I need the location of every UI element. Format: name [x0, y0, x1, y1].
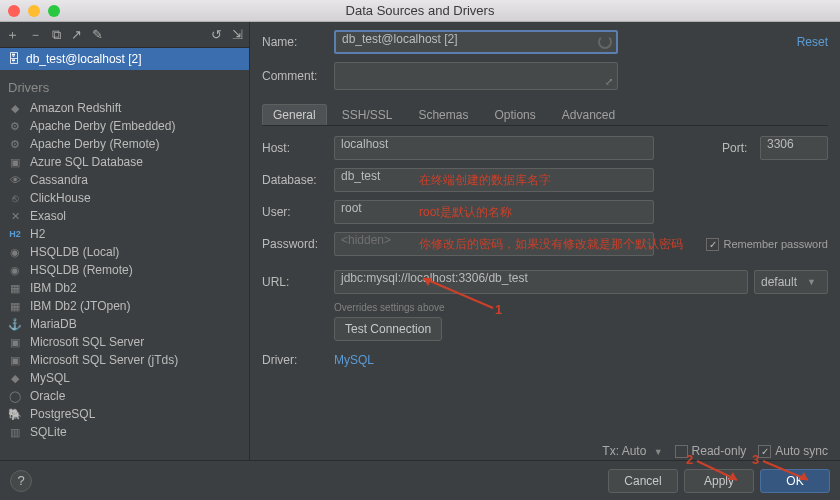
driver-row[interactable]: ▦IBM Db2 — [0, 279, 249, 297]
driver-row[interactable]: ✕Exasol — [0, 207, 249, 225]
chevron-down-icon: ▼ — [807, 277, 816, 287]
database-icon: 🗄 — [8, 52, 20, 66]
annotation-user: root是默认的名称 — [419, 204, 512, 221]
driver-icon: 🐘 — [8, 408, 22, 421]
driver-row[interactable]: ⚙Apache Derby (Embedded) — [0, 117, 249, 135]
undo-icon[interactable]: ↺ — [211, 27, 222, 42]
tab-schemas[interactable]: Schemas — [407, 104, 479, 125]
driver-row[interactable]: ▣Azure SQL Database — [0, 153, 249, 171]
driver-list: ◆Amazon Redshift ⚙Apache Derby (Embedded… — [0, 99, 249, 441]
remove-icon[interactable]: － — [29, 26, 42, 44]
driver-icon: ◆ — [8, 372, 22, 385]
driver-row[interactable]: ⎋ClickHouse — [0, 189, 249, 207]
host-input[interactable]: localhost — [334, 136, 654, 160]
driver-icon: H2 — [8, 229, 22, 239]
name-input[interactable]: db_test@localhost [2] — [334, 30, 618, 54]
driver-row[interactable]: ⚓MariaDB — [0, 315, 249, 333]
driver-icon: ▥ — [8, 426, 22, 439]
driver-row[interactable]: ⚙Apache Derby (Remote) — [0, 135, 249, 153]
cancel-button[interactable]: Cancel — [608, 469, 678, 493]
driver-icon: ⚙ — [8, 120, 22, 133]
driver-icon: ◉ — [8, 264, 22, 277]
drivers-header: Drivers — [0, 70, 249, 99]
apply-button[interactable]: Apply — [684, 469, 754, 493]
driver-icon: ⚓ — [8, 318, 22, 331]
driver-row[interactable]: 🐘PostgreSQL — [0, 405, 249, 423]
driver-label: Driver: — [262, 353, 328, 367]
minimize-icon[interactable] — [28, 5, 40, 17]
driver-row[interactable]: ▣Microsoft SQL Server (jTds) — [0, 351, 249, 369]
tx-label: Tx: Auto ▼ — [602, 444, 662, 458]
driver-row[interactable]: ◯Oracle — [0, 387, 249, 405]
driver-icon: ⚙ — [8, 138, 22, 151]
window-controls — [8, 5, 60, 17]
tabs: General SSH/SSL Schemas Options Advanced — [262, 104, 828, 126]
driver-row[interactable]: ◆MySQL — [0, 369, 249, 387]
driver-icon: ✕ — [8, 210, 22, 223]
driver-row[interactable]: ◉HSQLDB (Local) — [0, 243, 249, 261]
add-icon[interactable]: ＋ — [6, 26, 19, 44]
annotation-1: 1 — [495, 302, 502, 317]
annotation-3: 3 — [752, 452, 759, 467]
comment-label: Comment: — [262, 69, 328, 83]
port-label: Port: — [722, 141, 754, 155]
tx-row: Tx: Auto ▼ Read-only ✓Auto sync — [602, 444, 828, 458]
driver-row[interactable]: ▦IBM Db2 (JTOpen) — [0, 297, 249, 315]
expand-icon[interactable]: ⤢ — [605, 76, 613, 87]
url-scope-select[interactable]: default ▼ — [754, 270, 828, 294]
sidebar: ＋ － ⧉ ↗ ✎ ↺ ⇲ 🗄 db_test@localhost [2] Dr… — [0, 22, 250, 460]
reset-link[interactable]: Reset — [797, 35, 828, 49]
driver-icon: ◉ — [8, 246, 22, 259]
driver-row[interactable]: H2H2 — [0, 225, 249, 243]
driver-icon: ▣ — [8, 354, 22, 367]
driver-icon: ▦ — [8, 282, 22, 295]
close-icon[interactable] — [8, 5, 20, 17]
driver-row[interactable]: ▣Microsoft SQL Server — [0, 333, 249, 351]
name-label: Name: — [262, 35, 328, 49]
copy-icon[interactable]: ⧉ — [52, 27, 61, 43]
user-label: User: — [262, 205, 328, 219]
driver-icon: ◯ — [8, 390, 22, 403]
datasource-label: db_test@localhost [2] — [26, 52, 142, 66]
driver-row[interactable]: ▥SQLite — [0, 423, 249, 441]
password-label: Password: — [262, 237, 328, 251]
test-connection-button[interactable]: Test Connection — [334, 317, 442, 341]
url-input[interactable]: jdbc:mysql://localhost:3306/db_test — [334, 270, 748, 294]
checkbox-icon: ✓ — [706, 238, 719, 251]
tab-general[interactable]: General — [262, 104, 327, 125]
sidebar-toolbar: ＋ － ⧉ ↗ ✎ ↺ ⇲ — [0, 22, 249, 48]
tab-ssh[interactable]: SSH/SSL — [331, 104, 404, 125]
maximize-icon[interactable] — [48, 5, 60, 17]
driver-row[interactable]: 👁Cassandra — [0, 171, 249, 189]
chevron-down-icon: ▼ — [654, 447, 663, 457]
ok-button[interactable]: OK — [760, 469, 830, 493]
driver-icon: ◆ — [8, 102, 22, 115]
settings-icon[interactable]: ✎ — [92, 27, 103, 42]
driver-icon: ⎋ — [8, 192, 22, 204]
tab-options[interactable]: Options — [483, 104, 546, 125]
remember-password[interactable]: ✓ Remember password — [706, 238, 828, 251]
url-label: URL: — [262, 275, 328, 289]
annotation-2: 2 — [686, 452, 693, 467]
port-input[interactable]: 3306 — [760, 136, 828, 160]
driver-icon: 👁 — [8, 174, 22, 186]
window-titlebar: Data Sources and Drivers — [0, 0, 840, 22]
loading-icon — [598, 35, 612, 49]
window-title: Data Sources and Drivers — [346, 3, 495, 18]
driver-link[interactable]: MySQL — [334, 353, 374, 367]
tab-advanced[interactable]: Advanced — [551, 104, 626, 125]
driver-icon: ▦ — [8, 300, 22, 313]
main-panel: Name: db_test@localhost [2] Reset Commen… — [250, 22, 840, 460]
comment-input[interactable]: ⤢ — [334, 62, 618, 90]
edit-icon[interactable]: ↗ — [71, 27, 82, 42]
driver-row[interactable]: ◆Amazon Redshift — [0, 99, 249, 117]
help-button[interactable]: ? — [10, 470, 32, 492]
driver-row[interactable]: ◉HSQLDB (Remote) — [0, 261, 249, 279]
footer: ? Cancel Apply OK — [0, 460, 840, 500]
autosync-checkbox[interactable]: ✓Auto sync — [758, 444, 828, 458]
host-label: Host: — [262, 141, 328, 155]
annotation-password: 你修改后的密码，如果没有修改就是那个默认密码 — [419, 236, 683, 253]
expand-icon[interactable]: ⇲ — [232, 27, 243, 42]
datasource-item[interactable]: 🗄 db_test@localhost [2] — [0, 48, 249, 70]
override-hint: Overrides settings above — [334, 302, 828, 313]
